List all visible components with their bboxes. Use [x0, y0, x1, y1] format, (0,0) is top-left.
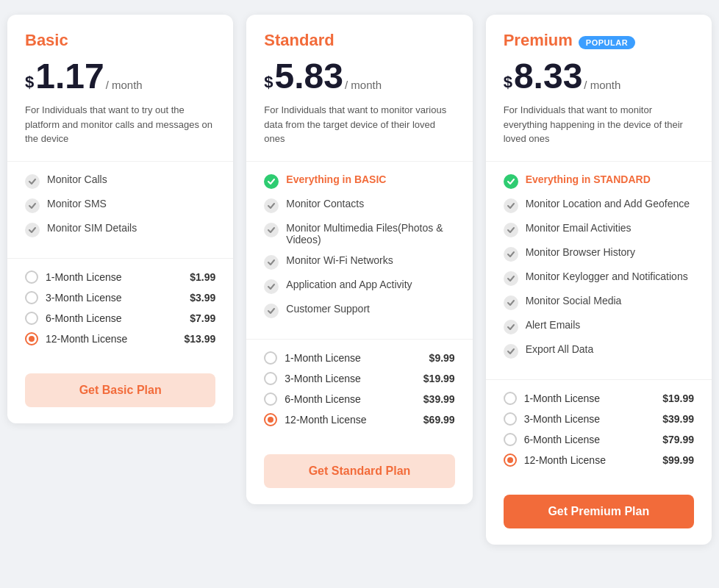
license-left: 3-Month License [25, 291, 122, 304]
license-label: 3-Month License [524, 413, 601, 425]
feature-item: Export All Data [504, 343, 694, 359]
plan-name-row-basic: Basic [25, 31, 215, 54]
cta-section-premium: Get Premium Plan [486, 486, 712, 545]
feature-text: Monitor Location and Add Geofence [526, 198, 690, 209]
feature-text: Everything in BASIC [286, 173, 386, 185]
license-label: 3-Month License [46, 292, 122, 304]
plan-name-premium: Premium [504, 31, 573, 50]
license-label: 6-Month License [524, 434, 601, 445]
feature-text: Monitor Email Activities [526, 222, 632, 234]
check-gray-icon [504, 295, 518, 310]
plan-desc-premium: For Individuals that want to monitor eve… [504, 103, 694, 146]
radio-button[interactable] [25, 270, 38, 284]
radio-button[interactable] [264, 372, 277, 385]
license-option[interactable]: 6-Month License$7.99 [25, 312, 215, 325]
plan-name-basic: Basic [25, 31, 68, 50]
plans-container: Basic$1.17/ monthFor Individuals that wa… [7, 15, 712, 545]
check-gray-icon [504, 247, 518, 262]
check-gray-icon [264, 198, 279, 213]
radio-button[interactable] [504, 453, 517, 467]
license-left: 12-Month License [25, 332, 127, 345]
radio-button[interactable] [264, 351, 277, 365]
price-dollar-standard: $ [264, 71, 273, 94]
license-option[interactable]: 12-Month License$99.99 [504, 453, 694, 467]
feature-item: Monitor SMS [25, 198, 215, 213]
plan-header-standard: Standard$5.83/ monthFor Individuals that… [246, 15, 472, 161]
license-price: $9.99 [429, 352, 455, 364]
pricing-section-standard: 1-Month License$9.993-Month License$19.9… [246, 339, 472, 445]
radio-button[interactable] [264, 413, 277, 426]
license-option[interactable]: 3-Month License$3.99 [25, 291, 215, 304]
check-gray-icon [25, 223, 40, 237]
cta-section-basic: Get Basic Plan [7, 365, 233, 423]
features-section-basic: Monitor Calls Monitor SMS Monitor SIM De… [7, 161, 233, 258]
license-label: 1-Month License [46, 271, 122, 283]
plan-card-standard: Standard$5.83/ monthFor Individuals that… [246, 15, 472, 504]
price-period-standard: / month [345, 79, 382, 91]
price-amount-basic: 1.17 [35, 59, 104, 94]
cta-button-basic[interactable]: Get Basic Plan [25, 373, 215, 407]
radio-button[interactable] [25, 332, 38, 345]
license-option[interactable]: 3-Month License$39.99 [504, 412, 694, 426]
radio-button[interactable] [25, 291, 38, 304]
license-price: $39.99 [662, 413, 694, 425]
feature-item: Everything in STANDARD [504, 173, 694, 189]
pricing-section-premium: 1-Month License$19.993-Month License$39.… [486, 379, 712, 486]
plan-desc-basic: For Individuals that want to try out the… [25, 103, 215, 146]
radio-button[interactable] [504, 412, 517, 426]
feature-text: Monitor Social Media [526, 295, 622, 306]
cta-button-premium[interactable]: Get Premium Plan [504, 495, 694, 528]
license-option[interactable]: 1-Month License$19.99 [504, 392, 694, 405]
radio-button[interactable] [264, 392, 277, 406]
radio-button[interactable] [504, 392, 517, 405]
license-price: $19.99 [662, 392, 694, 404]
license-label: 1-Month License [524, 392, 601, 404]
price-period-premium: / month [584, 79, 620, 91]
license-left: 6-Month License [25, 312, 122, 325]
check-gray-icon [25, 198, 40, 213]
license-price: $69.99 [423, 414, 455, 426]
check-gray-icon [264, 279, 279, 294]
price-period-basic: / month [106, 79, 143, 91]
license-option[interactable]: 1-Month License$9.99 [264, 351, 454, 365]
license-option[interactable]: 1-Month License$1.99 [25, 270, 215, 284]
license-label: 12-Month License [524, 454, 606, 466]
feature-item: Monitor Wi-Fi Networks [264, 254, 454, 270]
license-option[interactable]: 6-Month License$39.99 [264, 392, 454, 406]
plan-name-row-standard: Standard [264, 31, 454, 54]
feature-item: Monitor SIM Details [25, 222, 215, 237]
license-option[interactable]: 3-Month License$19.99 [264, 372, 454, 385]
plan-desc-standard: For Individuals that want to monitor var… [264, 103, 454, 146]
check-gray-icon [25, 174, 40, 189]
license-label: 12-Month License [46, 333, 127, 345]
radio-button[interactable] [504, 433, 517, 446]
license-option[interactable]: 6-Month License$79.99 [504, 433, 694, 446]
license-label: 3-Month License [285, 373, 361, 384]
cta-section-standard: Get Standard Plan [246, 445, 472, 504]
price-dollar-basic: $ [25, 71, 34, 94]
check-gray-icon [504, 271, 518, 286]
feature-text: Monitor Wi-Fi Networks [286, 254, 393, 266]
radio-button[interactable] [25, 312, 38, 325]
license-option[interactable]: 12-Month License$13.99 [25, 332, 215, 345]
license-price: $7.99 [190, 312, 215, 324]
license-left: 6-Month License [264, 392, 361, 406]
pricing-section-basic: 1-Month License$1.993-Month License$3.99… [7, 258, 233, 365]
feature-text: Alert Emails [526, 319, 581, 331]
feature-text: Application and App Activity [286, 279, 412, 290]
plan-name-row-premium: PremiumPOPULAR [504, 31, 694, 54]
feature-item: Customer Support [264, 303, 454, 318]
license-option[interactable]: 12-Month License$69.99 [264, 413, 454, 426]
feature-item: Alert Emails [504, 319, 694, 334]
radio-dot [29, 336, 35, 342]
cta-button-standard[interactable]: Get Standard Plan [264, 454, 454, 488]
feature-text: Customer Support [286, 303, 370, 315]
feature-item: Monitor Location and Add Geofence [504, 198, 694, 213]
feature-text: Monitor SIM Details [47, 222, 137, 234]
license-label: 12-Month License [285, 414, 366, 426]
feature-item: Monitor Multimedia Files(Photos & Videos… [264, 222, 454, 245]
feature-item: Monitor Contacts [264, 198, 454, 213]
license-left: 12-Month License [264, 413, 366, 426]
license-price: $79.99 [662, 434, 694, 445]
license-price: $13.99 [185, 333, 216, 345]
